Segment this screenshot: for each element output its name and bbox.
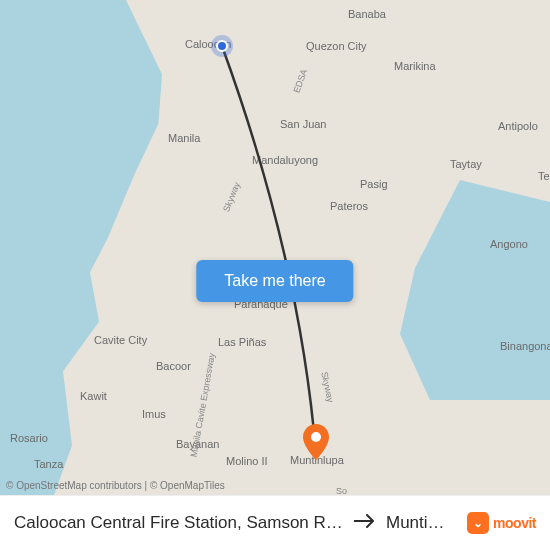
place-label: Bacoor xyxy=(156,360,191,372)
place-label: Angono xyxy=(490,238,528,250)
road-label: So xyxy=(336,486,347,495)
arrow-right-icon xyxy=(354,514,376,532)
map-attribution: © OpenStreetMap contributors | © OpenMap… xyxy=(6,480,225,491)
place-label: Mandaluyong xyxy=(252,154,318,166)
place-label: Te xyxy=(538,170,550,182)
place-label: Quezon City xyxy=(306,40,367,52)
origin-marker-halo xyxy=(211,35,233,57)
map-viewport[interactable]: Caloocan Quezon City Marikina Banaba San… xyxy=(0,0,550,495)
svg-point-0 xyxy=(311,432,321,442)
place-label: Pateros xyxy=(330,200,368,212)
place-label: Manila xyxy=(168,132,200,144)
place-label: Imus xyxy=(142,408,166,420)
road-label: Skyway xyxy=(319,371,335,403)
place-label: San Juan xyxy=(280,118,326,130)
place-label: Kawit xyxy=(80,390,107,402)
map-pin-icon xyxy=(303,424,329,460)
origin-label: Caloocan Central Fire Station, Samson Ro… xyxy=(14,513,344,533)
place-label: Las Piñas xyxy=(218,336,266,348)
origin-marker[interactable] xyxy=(211,35,233,57)
place-label: Taytay xyxy=(450,158,482,170)
water-laguna-de-bay xyxy=(400,180,550,400)
origin-marker-dot xyxy=(216,40,228,52)
route-text: Caloocan Central Fire Station, Samson Ro… xyxy=(14,513,467,533)
place-label: Rosario xyxy=(10,432,48,444)
place-label: Antipolo xyxy=(498,120,538,132)
route-summary-bar: Caloocan Central Fire Station, Samson Ro… xyxy=(0,495,550,550)
destination-marker[interactable] xyxy=(303,424,329,460)
place-label: Cavite City xyxy=(94,334,147,346)
destination-label: Munti… xyxy=(386,513,445,533)
moovit-logo-icon: ⌄ xyxy=(467,512,489,534)
road-label: EDSA xyxy=(291,68,309,94)
road-label: Skyway xyxy=(221,181,242,214)
water-manila-bay xyxy=(0,0,180,495)
place-label: Binangonan xyxy=(500,340,550,352)
place-label: Marikina xyxy=(394,60,436,72)
take-me-there-button[interactable]: Take me there xyxy=(196,260,353,302)
place-label: Tanza xyxy=(34,458,63,470)
place-label: Banaba xyxy=(348,8,386,20)
place-label: Molino II xyxy=(226,455,268,467)
moovit-brand[interactable]: ⌄ moovit xyxy=(467,512,536,534)
place-label: Pasig xyxy=(360,178,388,190)
moovit-wordmark: moovit xyxy=(493,515,536,531)
